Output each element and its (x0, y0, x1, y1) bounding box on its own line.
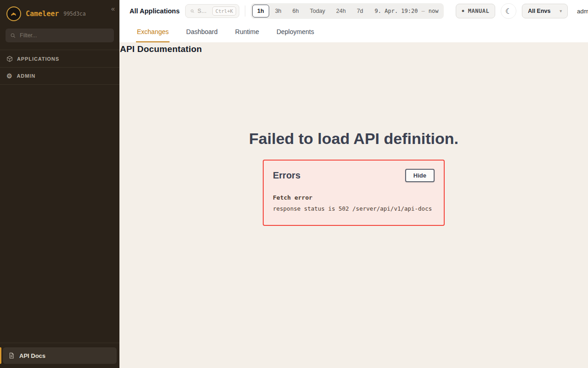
main-column: All Applications Ctrl+K 1h 3h 6h Today 2… (119, 0, 588, 368)
sidebar-item-label: APPLICATIONS (17, 56, 59, 62)
time-range-today[interactable]: Today (305, 5, 330, 17)
swagger-error-heading: Failed to load API definition. (119, 130, 588, 148)
package-icon (6, 56, 13, 62)
cameleer-logo-icon (6, 6, 21, 21)
time-range-picker: 1h 3h 6h Today 24h 7d 9. Apr. 19:20 — no… (251, 3, 444, 19)
hide-errors-button[interactable]: Hide (405, 169, 435, 182)
moon-icon: ☾ (505, 7, 512, 16)
errors-panel-header: Errors Hide (273, 169, 435, 182)
time-to: now (429, 8, 439, 14)
camel-icon (10, 10, 18, 18)
page-context-title: All Applications (130, 7, 180, 15)
sidebar-filter[interactable] (6, 29, 114, 42)
app-root: Cameleer 995d3ca « APPLICATIONS ⚙ ADMIN (0, 0, 588, 368)
filter-input[interactable] (20, 32, 109, 39)
error-message: response status is 502 /server/api/v1/ap… (273, 205, 435, 212)
time-from: 9. Apr. 19:20 (375, 8, 418, 14)
active-item-indicator (0, 347, 1, 364)
time-separator: — (421, 8, 424, 14)
tab-deployments[interactable]: Deployments (276, 28, 315, 42)
document-icon (8, 352, 15, 359)
user-menu[interactable]: admin (577, 8, 588, 15)
sidebar-item-applications[interactable]: APPLICATIONS (0, 50, 119, 67)
tabs-bar: Exchanges Dashboard Runtime Deployments (119, 22, 588, 42)
manual-label: MANUAL (468, 8, 489, 14)
search-icon (190, 8, 195, 14)
divider (245, 6, 245, 17)
sidebar-item-label: ADMIN (17, 73, 35, 79)
sidebar-item-admin[interactable]: ⚙ ADMIN (0, 67, 119, 85)
search-icon (10, 33, 16, 39)
top-bar: All Applications Ctrl+K 1h 3h 6h Today 2… (119, 0, 588, 22)
dark-mode-toggle[interactable]: ☾ (501, 3, 516, 19)
search-input[interactable] (198, 8, 209, 14)
global-search[interactable]: Ctrl+K (185, 4, 239, 18)
error-name: Fetch error (273, 194, 435, 201)
time-range-7d[interactable]: 7d (352, 5, 368, 17)
sidebar-collapse-icon[interactable]: « (111, 5, 115, 12)
environment-select[interactable]: All Envs ▾ (522, 4, 568, 18)
manual-refresh-button[interactable]: ● MANUAL (456, 4, 495, 18)
sidebar-item-label: API Docs (19, 352, 45, 359)
time-range-24h[interactable]: 24h (331, 5, 351, 17)
sidebar-header: Cameleer 995d3ca « (0, 0, 119, 27)
time-range-3h[interactable]: 3h (270, 5, 287, 17)
tab-runtime[interactable]: Runtime (234, 28, 260, 42)
sidebar: Cameleer 995d3ca « APPLICATIONS ⚙ ADMIN (0, 0, 119, 368)
page-title: API Documentation (120, 44, 588, 54)
keyboard-shortcut-badge: Ctrl+K (212, 6, 236, 16)
build-hash: 995d3ca (63, 11, 85, 17)
sidebar-item-api-docs[interactable]: API Docs (3, 347, 117, 364)
status-dot-icon: ● (462, 9, 464, 13)
logo-text: Cameleer (26, 10, 59, 18)
env-selected-value: All Envs (528, 8, 550, 14)
main-content: API Documentation Failed to load API def… (119, 42, 588, 368)
sidebar-footer: API Docs (0, 343, 119, 368)
tab-dashboard[interactable]: Dashboard (185, 28, 219, 42)
chevron-down-icon: ▾ (560, 9, 562, 13)
gear-icon: ⚙ (6, 73, 12, 79)
errors-panel-title: Errors (273, 170, 300, 181)
time-range-6h[interactable]: 6h (288, 5, 304, 17)
time-range-1h[interactable]: 1h (252, 5, 269, 17)
errors-panel: Errors Hide Fetch error response status … (263, 160, 445, 226)
tab-exchanges[interactable]: Exchanges (136, 28, 170, 42)
time-range-display[interactable]: 9. Apr. 19:20 — now (375, 8, 439, 14)
